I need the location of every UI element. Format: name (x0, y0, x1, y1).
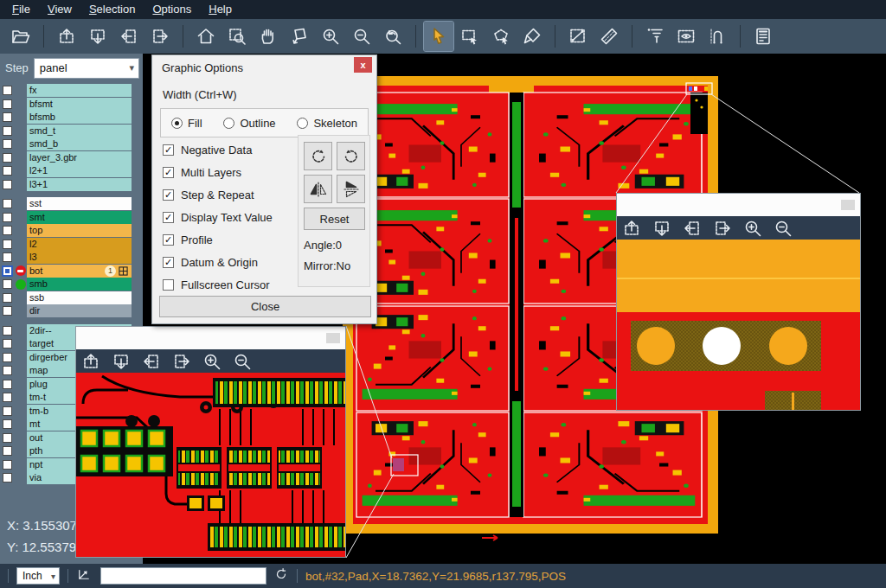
rotate-ccw-button[interactable] (337, 142, 365, 170)
open-folder-button[interactable] (6, 22, 35, 51)
zoom-in-button[interactable] (316, 22, 345, 51)
layer-row-top[interactable]: top (0, 224, 143, 238)
layer-checkbox[interactable] (0, 279, 14, 289)
pan-up-button[interactable] (80, 351, 102, 372)
checkbox-display-text-value[interactable]: ✓Display Text Value (163, 206, 273, 228)
checkbox-datum-origin[interactable]: ✓Datum & Origin (163, 251, 273, 273)
checkbox-step-repeat[interactable]: ✓Step & Repeat (163, 183, 273, 206)
layer-checkbox[interactable] (0, 353, 14, 362)
layer-row-l2[interactable]: l2 (0, 238, 143, 252)
checkbox-profile[interactable]: ✓Profile (163, 228, 273, 251)
layer-checkbox[interactable] (0, 326, 14, 336)
layer-label[interactable]: sst (27, 197, 132, 210)
layer-label[interactable]: smd_b (27, 137, 132, 150)
layer-checkbox[interactable] (0, 166, 14, 176)
menu-help[interactable]: Help (200, 0, 241, 19)
layer-checkbox[interactable] (0, 380, 14, 389)
ruler-button[interactable] (594, 22, 624, 51)
pan-left-button[interactable] (114, 22, 144, 51)
layer-label[interactable]: bot1 (27, 265, 132, 278)
layer-checkbox[interactable] (0, 433, 14, 443)
layer-checkbox[interactable] (0, 406, 14, 416)
close-button[interactable]: Close (159, 296, 371, 317)
layer-label[interactable]: bfsmt (27, 98, 132, 111)
menu-options[interactable]: Options (144, 0, 200, 19)
layer-checkbox[interactable] (0, 240, 14, 249)
pan-right-button[interactable] (170, 351, 193, 372)
layer-row-smd_t[interactable]: smd_t (0, 125, 143, 138)
magnifier-titlebar[interactable] (617, 194, 860, 216)
layer-row-smd_b[interactable]: smd_b (0, 137, 143, 151)
layer-label[interactable]: bfsmb (27, 111, 132, 124)
pan-left-button[interactable] (140, 351, 163, 372)
select-cursor-button[interactable] (424, 22, 453, 51)
layer-checkbox[interactable] (0, 446, 14, 456)
layer-row-smt[interactable]: smt (0, 211, 143, 225)
window-button-icon[interactable] (326, 333, 340, 343)
layer-checkbox[interactable] (0, 112, 14, 122)
command-input[interactable] (100, 567, 266, 585)
unit-select[interactable]: Inch ▾ (16, 567, 60, 585)
layer-row-bfsmt[interactable]: bfsmt (0, 98, 143, 112)
layer-label[interactable]: ssb (27, 291, 132, 304)
zoom-in-button[interactable] (201, 351, 223, 372)
pan-right-button[interactable] (145, 22, 175, 51)
report-button[interactable] (748, 22, 778, 51)
layer-row-smb[interactable]: smb (0, 278, 143, 291)
menu-view[interactable]: View (39, 0, 80, 19)
drag-view-button[interactable] (285, 22, 314, 51)
layer-checkbox[interactable] (0, 393, 14, 402)
rect-select-button[interactable] (455, 22, 485, 51)
layer-checkbox[interactable] (0, 266, 14, 276)
pan-down-button[interactable] (83, 22, 112, 51)
layer-label[interactable]: smd_t (27, 125, 132, 137)
menu-selection[interactable]: Selection (80, 0, 144, 19)
layer-label[interactable]: l3+1 (27, 178, 132, 191)
pan-down-button[interactable] (651, 218, 673, 239)
layer-label[interactable]: top (27, 224, 132, 237)
menu-file[interactable]: File (3, 0, 39, 19)
layer-row-ssb[interactable]: ssb (0, 291, 143, 305)
filter-button[interactable] (640, 22, 670, 51)
zoom-in-button[interactable] (742, 218, 764, 239)
net-loop-button[interactable] (703, 22, 732, 51)
mirror-h-button[interactable] (304, 175, 332, 203)
zoom-previous-button[interactable] (378, 22, 408, 51)
layer-label[interactable]: fx (27, 84, 132, 97)
step-select[interactable]: panel ▾ (34, 58, 139, 79)
checkbox-fullscreen-cursor[interactable]: Fullscreen Cursor (163, 273, 273, 296)
layer-checkbox[interactable] (0, 339, 14, 348)
layer-row-dir[interactable]: dir (0, 304, 143, 318)
layer-checkbox[interactable] (0, 460, 14, 470)
magnifier-view-left[interactable] (76, 373, 345, 557)
layer-row-sst[interactable]: sst (0, 197, 143, 211)
polygon-select-button[interactable] (486, 22, 516, 51)
layer-checkbox[interactable] (0, 199, 14, 208)
window-button-icon[interactable] (841, 200, 855, 210)
layer-checkbox[interactable] (0, 293, 14, 303)
layer-checkbox[interactable] (0, 473, 14, 483)
layer-label[interactable]: smb (27, 278, 132, 291)
layer-checkbox[interactable] (0, 306, 14, 316)
magnifier-titlebar[interactable] (76, 327, 345, 349)
layer-row-bfsmb[interactable]: bfsmb (0, 111, 143, 125)
view-area-button[interactable] (671, 22, 701, 51)
layer-row-bot[interactable]: bot1 (0, 265, 143, 278)
layer-checkbox[interactable] (0, 126, 14, 136)
pan-down-button[interactable] (110, 351, 132, 372)
layer-label[interactable]: dir (27, 304, 132, 317)
pan-left-button[interactable] (681, 218, 703, 239)
dialog-titlebar[interactable]: Graphic Options x (152, 55, 376, 80)
measure-diagonal-button[interactable] (563, 22, 593, 51)
layer-row-l3+1[interactable]: l3+1 (0, 178, 143, 192)
pan-right-button[interactable] (711, 218, 734, 239)
checkbox-multi-layers[interactable]: ✓Multi Layers (163, 161, 273, 183)
layer-row-layer_3.gbr[interactable]: layer_3.gbr (0, 151, 143, 165)
layer-label[interactable]: l3 (27, 251, 132, 264)
layer-label[interactable]: layer_3.gbr (27, 151, 132, 164)
pan-hand-button[interactable] (254, 22, 283, 51)
layer-label[interactable]: l2+1 (27, 164, 132, 177)
layer-checkbox[interactable] (0, 252, 14, 262)
layer-checkbox[interactable] (0, 153, 14, 163)
checkbox-negative-data[interactable]: ✓Negative Data (163, 138, 273, 161)
